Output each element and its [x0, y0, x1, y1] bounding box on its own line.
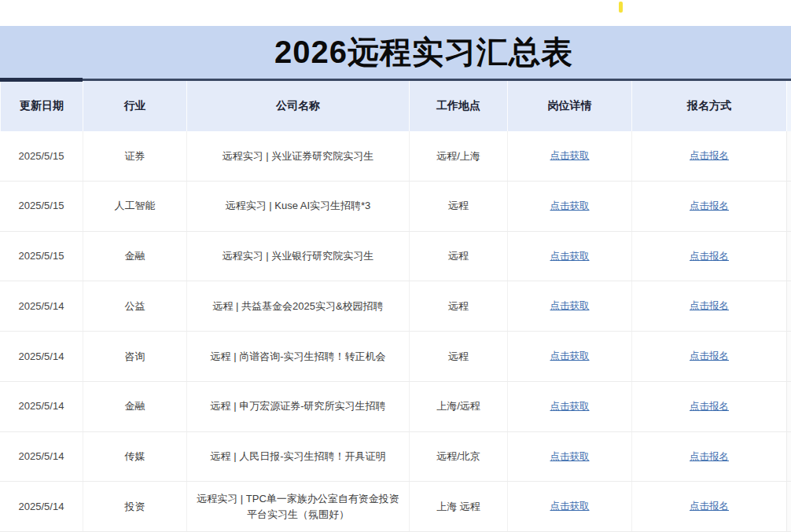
table-row: 2025/5/15 证券 远程实习 | 兴业证券研究院实习生 远程/上海 点击获… — [0, 131, 791, 182]
table-right-edge — [786, 482, 791, 531]
table-row: 2025/5/14 投资 远程实习 | TPC单一家族办公室自有资金投资平台实习… — [0, 482, 791, 532]
signup-link[interactable]: 点击报名 — [690, 499, 729, 514]
update-date-cell: 2025/5/14 — [0, 382, 83, 431]
table-row: 2025/5/14 咨询 远程 | 尚谱咨询-实习生招聘！转正机会 远程 点击获… — [0, 332, 791, 382]
industry-cell: 投资 — [83, 482, 186, 531]
column-header-signup: 报名方式 — [631, 81, 786, 131]
industry-cell: 公益 — [83, 281, 186, 331]
table-right-edge — [786, 281, 791, 331]
update-date-cell: 2025/5/15 — [0, 232, 83, 281]
column-header-details: 岗位详情 — [507, 81, 631, 131]
details-link[interactable]: 点击获取 — [550, 499, 590, 514]
table-right-edge — [786, 232, 791, 281]
table-header-row: 更新日期 行业 公司名称 工作地点 岗位详情 报名方式 — [0, 79, 791, 131]
table-row: 2025/5/14 传媒 远程 | 人民日报-实习生招聘！开具证明 远程/北京 … — [0, 432, 791, 482]
details-link[interactable]: 点击获取 — [550, 399, 590, 414]
industry-cell: 金融 — [83, 232, 186, 281]
company-cell: 远程实习 | Kuse AI实习生招聘*3 — [186, 182, 409, 231]
column-header-industry: 行业 — [83, 81, 186, 131]
update-date-cell: 2025/5/14 — [0, 432, 83, 482]
company-cell: 远程 | 申万宏源证券-研究所实习生招聘 — [186, 382, 409, 431]
table-right-edge — [786, 332, 791, 381]
signup-link[interactable]: 点击报名 — [690, 149, 729, 163]
title-banner: 2026远程实习汇总表 — [0, 26, 791, 79]
location-cell: 上海/远程 — [409, 382, 507, 431]
signup-link[interactable]: 点击报名 — [690, 249, 729, 264]
details-link[interactable]: 点击获取 — [550, 449, 590, 464]
location-cell: 远程 — [409, 182, 507, 231]
page-title: 2026远程实习汇总表 — [274, 31, 573, 74]
location-cell: 远程 — [409, 232, 507, 281]
company-cell: 远程 | 共益基金会2025实习&校园招聘 — [186, 281, 409, 331]
table-row: 2025/5/15 人工智能 远程实习 | Kuse AI实习生招聘*3 远程 … — [0, 182, 791, 232]
update-date-cell: 2025/5/14 — [0, 281, 83, 331]
details-link[interactable]: 点击获取 — [550, 349, 590, 364]
signup-link[interactable]: 点击报名 — [690, 399, 729, 414]
table-right-edge — [786, 182, 791, 231]
location-cell: 远程/北京 — [409, 432, 507, 482]
internship-table: 更新日期 行业 公司名称 工作地点 岗位详情 报名方式 2025/5/15 证券… — [0, 79, 791, 532]
company-cell: 远程 | 人民日报-实习生招聘！开具证明 — [186, 432, 409, 482]
location-cell: 远程 — [409, 332, 507, 381]
table-row: 2025/5/15 金融 远程实习 | 兴业银行研究院实习生 远程 点击获取 点… — [0, 232, 791, 282]
company-cell: 远程实习 | 兴业证券研究院实习生 — [186, 131, 409, 181]
industry-cell: 人工智能 — [83, 182, 186, 231]
update-date-cell: 2025/5/14 — [0, 332, 83, 381]
highlight-mark — [619, 2, 623, 13]
update-date-cell: 2025/5/15 — [0, 131, 83, 181]
signup-link[interactable]: 点击报名 — [690, 449, 729, 464]
location-cell: 远程 — [409, 281, 507, 331]
header-thick-border — [0, 78, 83, 82]
table-row: 2025/5/14 公益 远程 | 共益基金会2025实习&校园招聘 远程 点击… — [0, 281, 791, 332]
table-right-edge — [786, 432, 791, 482]
industry-cell: 传媒 — [83, 432, 186, 482]
column-header-update-date: 更新日期 — [0, 81, 83, 131]
table-right-edge — [786, 382, 791, 431]
update-date-cell: 2025/5/14 — [0, 482, 83, 531]
table-right-edge — [786, 81, 791, 131]
column-header-company: 公司名称 — [186, 81, 409, 131]
location-cell: 上海 远程 — [409, 482, 507, 531]
industry-cell: 咨询 — [83, 332, 186, 381]
signup-link[interactable]: 点击报名 — [690, 299, 729, 314]
location-cell: 远程/上海 — [409, 131, 507, 181]
signup-link[interactable]: 点击报名 — [690, 349, 729, 364]
details-link[interactable]: 点击获取 — [550, 299, 590, 314]
company-cell: 远程实习 | TPC单一家族办公室自有资金投资平台实习生（氛围好） — [186, 482, 409, 531]
column-header-location: 工作地点 — [409, 81, 507, 131]
signup-link[interactable]: 点击报名 — [690, 199, 729, 214]
table-row: 2025/5/14 金融 远程 | 申万宏源证券-研究所实习生招聘 上海/远程 … — [0, 382, 791, 432]
company-cell: 远程 | 尚谱咨询-实习生招聘！转正机会 — [186, 332, 409, 381]
table-right-edge — [786, 131, 791, 181]
company-cell: 远程实习 | 兴业银行研究院实习生 — [186, 232, 409, 281]
industry-cell: 金融 — [83, 382, 186, 431]
industry-cell: 证券 — [83, 131, 186, 181]
details-link[interactable]: 点击获取 — [550, 149, 590, 163]
details-link[interactable]: 点击获取 — [550, 199, 590, 214]
update-date-cell: 2025/5/15 — [0, 182, 83, 231]
details-link[interactable]: 点击获取 — [550, 249, 590, 264]
